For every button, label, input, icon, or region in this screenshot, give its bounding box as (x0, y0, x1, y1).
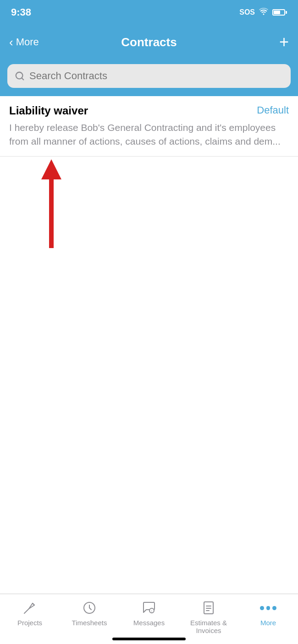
chat-icon: ! (141, 600, 157, 616)
contract-title: Liability waiver (9, 104, 88, 117)
tab-more[interactable]: More (238, 600, 298, 627)
tab-projects-label: Projects (17, 619, 42, 627)
arrow-annotation (0, 157, 298, 257)
page-title: Contracts (64, 35, 234, 49)
back-label: More (16, 36, 39, 48)
tab-timesheets-label: Timesheets (72, 619, 107, 627)
search-bar[interactable] (7, 64, 291, 88)
red-arrow (41, 159, 61, 248)
tab-timesheets[interactable]: Timesheets (60, 600, 119, 627)
search-container (0, 60, 298, 96)
search-input[interactable] (29, 70, 283, 82)
wifi-icon (259, 8, 269, 17)
contract-item[interactable]: Liability waiver Default I hereby releas… (0, 96, 298, 157)
back-button[interactable]: ‹ More (9, 36, 64, 48)
contract-header: Liability waiver Default (9, 104, 289, 117)
hammer-icon (22, 600, 38, 616)
svg-text:!: ! (151, 610, 152, 613)
status-icons: SOS (239, 8, 287, 17)
tab-estimates-label: Estimates & Invoices (179, 619, 238, 634)
clock-icon (81, 600, 98, 616)
content-spacer (0, 257, 298, 440)
svg-line-1 (22, 78, 23, 80)
arrow-head (41, 159, 61, 179)
tab-messages[interactable]: ! Messages (119, 600, 179, 627)
nav-bar: ‹ More Contracts + (0, 25, 298, 60)
contract-badge: Default (257, 104, 289, 116)
tab-projects[interactable]: Projects (0, 600, 60, 627)
document-icon (200, 600, 217, 616)
tab-messages-label: Messages (133, 619, 165, 627)
dots-icon (260, 600, 276, 616)
content-area: Liability waiver Default I hereby releas… (0, 96, 298, 440)
status-time: 9:38 (11, 6, 31, 18)
arrow-shaft (49, 179, 54, 248)
tab-bar: Projects Timesheets ! Messages (0, 594, 298, 644)
contract-preview: I hereby release Bob's General Contracti… (9, 121, 289, 149)
battery-icon (272, 9, 287, 16)
add-button[interactable]: + (234, 34, 289, 50)
search-icon (15, 71, 25, 81)
chevron-left-icon: ‹ (9, 36, 13, 48)
status-bar: 9:38 SOS (0, 0, 298, 25)
tab-estimates[interactable]: Estimates & Invoices (179, 600, 238, 634)
home-indicator (112, 638, 186, 640)
tab-more-label: More (260, 619, 276, 627)
sos-indicator: SOS (239, 8, 255, 16)
